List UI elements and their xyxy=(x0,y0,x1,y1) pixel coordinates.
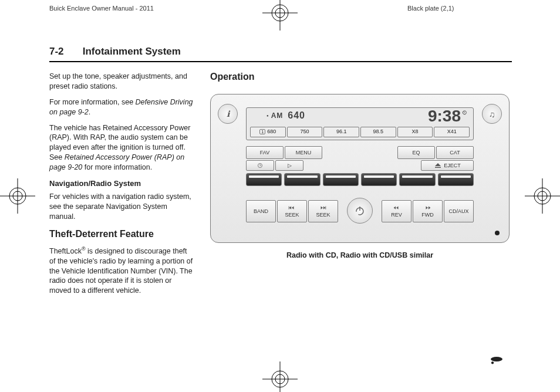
time-suffix-icon: ⏲ xyxy=(462,110,467,116)
preset-2: 750 xyxy=(287,127,323,137)
band-button: BAND xyxy=(246,200,276,222)
paragraph-theft: TheftLock® is designed to discourage the… xyxy=(49,245,195,296)
preset-5: X8 xyxy=(397,127,433,137)
page-header: 7-2 Infotainment System xyxy=(49,46,512,62)
seek-prev-icon xyxy=(288,205,296,211)
paragraph-nav: For vehicles with a navigation radio sys… xyxy=(49,192,195,222)
registration-mark-right xyxy=(525,178,560,214)
ir-sensor-icon xyxy=(495,231,500,235)
preset-strip: 680 750 96.1 98.5 X8 X41 xyxy=(250,127,470,137)
button-row-1: FAV MENU EQ CAT xyxy=(246,146,474,159)
frequency-value: 640 xyxy=(288,110,305,120)
radio-illustration: ℹ ♫ AM640 9:38⏲ 680 750 96.1 xyxy=(210,94,510,259)
page-content: 7-2 Infotainment System ● Set up the ton… xyxy=(49,46,512,369)
paragraph-rap: The vehicle has Retained Accessory Power… xyxy=(49,123,195,173)
play-icon: ▷ xyxy=(288,163,292,168)
preset-3: 96.1 xyxy=(323,127,359,137)
preset-4: 98.5 xyxy=(360,127,396,137)
preset-button-3 xyxy=(323,173,359,186)
fwd-button: FWD xyxy=(413,200,443,222)
preset-button-2 xyxy=(284,173,320,186)
tone-knob: ♫ xyxy=(482,104,502,124)
band-indicator: AM xyxy=(266,111,283,120)
clock-button xyxy=(246,160,274,171)
frequency-readout: AM640 xyxy=(266,110,305,121)
power-icon xyxy=(355,205,365,216)
seek-prev-button: SEEK xyxy=(277,200,307,222)
preset-button-6 xyxy=(438,173,474,186)
fwd-icon xyxy=(424,205,432,211)
preset-6: X41 xyxy=(434,127,470,137)
bullet-dot-icon: ● xyxy=(491,357,502,361)
menu-button: MENU xyxy=(285,146,322,159)
page-number: 7-2 xyxy=(49,46,80,58)
bullet-text: Set up the tone, speaker adjustments, an… xyxy=(49,72,195,92)
manual-title: Buick Enclave Owner Manual - 2011 xyxy=(49,5,154,12)
eject-icon xyxy=(434,163,442,168)
left-column: ● Set up the tone, speaker adjustments, … xyxy=(49,72,195,302)
bullet-item: ● Set up the tone, speaker adjustments, … xyxy=(49,72,195,92)
preset-button-4 xyxy=(361,173,397,186)
preset-button-5 xyxy=(399,173,435,186)
paragraph-defensive: For more information, see Defensive Driv… xyxy=(49,97,195,117)
registration-mark-left xyxy=(0,178,35,214)
cd-aux-button: CD/AUX xyxy=(444,200,474,222)
eject-button: EJECT xyxy=(421,160,474,171)
registration-mark-top xyxy=(262,0,298,31)
clock-readout: 9:38⏲ xyxy=(428,107,467,126)
button-row-1b: ▷ EJECT xyxy=(246,160,474,171)
seek-next-button: SEEK xyxy=(308,200,338,222)
seek-next-icon xyxy=(319,205,327,211)
info-knob: ℹ xyxy=(218,104,238,124)
rev-icon xyxy=(392,205,400,211)
heading-nav-radio: Navigation/Radio System xyxy=(49,178,195,189)
chapter-title: Infotainment System xyxy=(83,46,181,57)
heading-operation: Operation xyxy=(210,72,510,82)
radio-display: AM640 9:38⏲ 680 750 96.1 98.5 X8 X41 xyxy=(246,107,474,140)
preset-button-row xyxy=(246,173,474,186)
preset-1: 680 xyxy=(250,127,286,137)
power-volume-knob xyxy=(347,198,373,224)
right-column: Operation ℹ ♫ AM640 9:38⏲ 680 xyxy=(210,72,510,302)
eq-button: EQ xyxy=(397,146,435,159)
plate-label: Black plate (2,1) xyxy=(407,5,454,12)
figure-caption: Radio with CD, Radio with CD/USB similar xyxy=(210,251,510,259)
clock-icon xyxy=(256,163,264,168)
fav-button: FAV xyxy=(246,146,284,159)
cat-button: CAT xyxy=(436,146,474,159)
cd-slot xyxy=(323,146,396,159)
rev-button: REV xyxy=(382,200,411,222)
play-button: ▷ xyxy=(275,160,303,171)
radio-faceplate: ℹ ♫ AM640 9:38⏲ 680 750 96.1 xyxy=(210,94,510,243)
preset-button-1 xyxy=(246,173,282,186)
heading-theft: Theft-Deterrent Feature xyxy=(49,228,195,241)
